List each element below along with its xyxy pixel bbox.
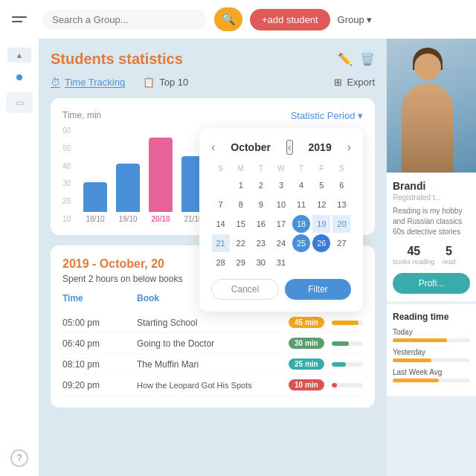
today-row: Today — [393, 328, 470, 342]
last-week-row: Last Week Avg — [393, 368, 470, 382]
table-row: 08:10 pm The Muffin Man 25 min — [62, 354, 363, 375]
calendar-footer: Cancel Filter — [211, 279, 351, 300]
profile-name: Brandi — [393, 180, 470, 192]
sidebar-dot — [16, 74, 22, 80]
tabs-bar: ⏱ Time Tracking 📋 Top 10 ⊞ Export — [51, 77, 375, 88]
chart-card: Time, min Statistic Period ▾ 60 50 40 30… — [51, 98, 375, 235]
edit-button[interactable]: ✏️ — [338, 52, 353, 66]
search-button[interactable]: 🔍 — [214, 7, 242, 31]
calendar-header: ‹ October ‹ 2019 › — [211, 140, 351, 155]
calendar-month-year: October — [231, 141, 271, 153]
calendar-month: October — [231, 141, 271, 153]
top10-icon: 📋 — [143, 77, 155, 88]
search-bar — [43, 10, 207, 30]
col-time: Time — [62, 293, 137, 303]
top-nav: 🔍 +add student Group ▾ — [0, 0, 476, 39]
yesterday-row: Yesterday — [393, 348, 470, 362]
cal-next-month[interactable]: › — [347, 141, 351, 154]
calendar-filter-button[interactable]: Filter — [285, 279, 351, 300]
calendar-year: 2019 — [309, 141, 332, 153]
search-input[interactable] — [52, 14, 198, 25]
delete-button[interactable]: 🗑️ — [360, 52, 375, 66]
cal-between-nav[interactable]: ‹ — [286, 140, 293, 155]
books-reading-stat: 45 books reading — [393, 245, 435, 266]
cal-day-18[interactable]: 18 — [292, 215, 310, 233]
cal-prev-month[interactable]: ‹ — [211, 141, 215, 154]
add-student-button[interactable]: +add student — [250, 9, 330, 30]
group-button[interactable]: Group ▾ — [338, 14, 373, 25]
right-panel: Brandi Registrated t... Reading is my ho… — [387, 39, 476, 476]
calendar-grid: S M T W T F S 1 2 3 4 5 6 7 — [211, 162, 351, 271]
menu-icon[interactable] — [12, 7, 36, 31]
read-stat: 5 read — [443, 245, 456, 266]
badge-row1: 45 min — [289, 317, 324, 328]
badge-row4: 10 min — [289, 379, 324, 390]
bar-2: 19/10 — [116, 164, 140, 223]
calendar-overlay: ‹ October ‹ 2019 › S M T W T — [199, 128, 363, 312]
table-row: 05:00 pm Starting School 45 min — [62, 312, 363, 333]
page-title: Students statistics — [51, 51, 183, 68]
profile-registered: Registrated t... — [393, 193, 470, 202]
sidebar-item-box[interactable]: ▭ — [6, 92, 33, 113]
profile-button[interactable]: Profi... — [393, 273, 470, 294]
profile-description: Reading is my hobby and Russian classics… — [393, 206, 470, 237]
main-layout: ▲ ▭ ? Students statistics ✏️ 🗑️ ⏱ Time T… — [0, 39, 476, 476]
cal-day-25[interactable]: 25 — [292, 234, 310, 252]
sidebar-collapse-button[interactable]: ▲ — [7, 48, 31, 62]
cal-day-26[interactable]: 26 — [312, 234, 330, 252]
header-actions: ✏️ 🗑️ — [338, 52, 375, 66]
table-row: 06:40 pm Going to the Doctor 30 min — [62, 333, 363, 354]
reading-time-title: Reading time — [393, 312, 470, 322]
bar-1: 18/10 — [83, 182, 107, 223]
page-header: Students statistics ✏️ 🗑️ — [51, 51, 375, 68]
calendar-cancel-button[interactable]: Cancel — [211, 279, 279, 300]
person-body — [402, 83, 454, 173]
reading-time-section: Reading time Today Yesterday Last Week A… — [387, 304, 476, 396]
profile-stats: 45 books reading 5 read — [393, 245, 470, 266]
content-area: Students statistics ✏️ 🗑️ ⏱ Time Trackin… — [39, 39, 387, 476]
tab-time-tracking[interactable]: ⏱ Time Tracking — [51, 77, 125, 88]
table-row: 09:20 pm How the Leopard Got His Spots 1… — [62, 375, 363, 396]
cal-day-19[interactable]: 19 — [312, 215, 330, 233]
stat-period-button[interactable]: Statistic Period ▾ — [291, 110, 363, 121]
grid-icon: ⊞ — [334, 77, 342, 88]
cal-day-21[interactable]: 21 — [212, 234, 230, 252]
profile-info: Brandi Registrated t... Reading is my ho… — [387, 173, 476, 301]
calendar-year-display: 2019 — [309, 141, 332, 153]
bar-3-highlight: 20/10 — [149, 138, 173, 223]
sidebar-help-button[interactable]: ? — [10, 449, 28, 467]
cal-day-20[interactable]: 20 — [332, 215, 350, 233]
profile-image-area — [387, 39, 476, 173]
tab-top10[interactable]: 📋 Top 10 — [143, 77, 188, 88]
export-button[interactable]: ⊞ Export — [334, 77, 375, 88]
sidebar-box-icon: ▭ — [16, 97, 24, 108]
time-tracking-icon: ⏱ — [51, 77, 60, 88]
sidebar: ▲ ▭ ? — [0, 39, 39, 476]
badge-row2: 30 min — [289, 338, 324, 349]
badge-row3: 25 min — [289, 358, 324, 370]
person-head — [414, 54, 441, 80]
profile-image — [387, 39, 476, 173]
y-axis: 60 50 40 30 20 10 — [62, 126, 71, 223]
